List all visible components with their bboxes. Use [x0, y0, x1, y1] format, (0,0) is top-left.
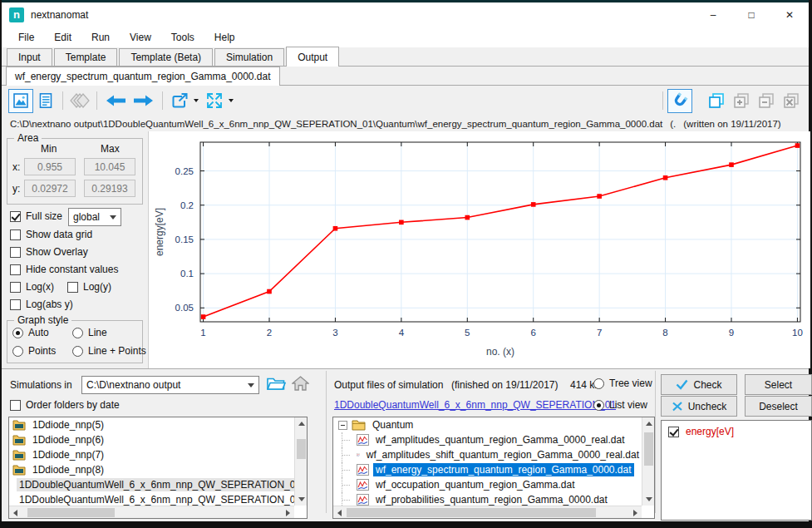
- folder-row[interactable]: 1Ddiode_nnp(8): [9, 462, 294, 477]
- select-button[interactable]: Select: [745, 374, 812, 395]
- horizontal-scrollbar[interactable]: [9, 506, 294, 518]
- folder-row[interactable]: 1DDoubleQuantumWell_6_x_6nm_nnp_QW_SEPER…: [9, 492, 294, 506]
- log-abs-y-option[interactable]: Log(abs y): [10, 299, 73, 310]
- scroll-right-icon[interactable]: [286, 510, 290, 516]
- scrollbar-thumb[interactable]: [644, 432, 653, 466]
- hide-constant-values-checkbox[interactable]: [10, 264, 21, 275]
- export-button[interactable]: [167, 89, 192, 113]
- menu-view[interactable]: View: [120, 29, 161, 46]
- order-folders-option[interactable]: Order folders by date: [10, 399, 120, 411]
- menu-file[interactable]: File: [8, 29, 44, 46]
- tree-root-row[interactable]: Quantum: [333, 417, 642, 432]
- remove-overlay-button[interactable]: [754, 89, 779, 113]
- fullscreen-dropdown-caret[interactable]: [229, 99, 234, 102]
- curve-item[interactable]: energy[eV]: [662, 424, 811, 439]
- file-row[interactable]: wf_amplitudes_quantum_region_Gamma_0000_…: [333, 432, 642, 447]
- folder-row-selected[interactable]: 1DDoubleQuantumWell_6_x_6nm_nnp_QW_SEPER…: [9, 477, 294, 492]
- y-min-field[interactable]: 0.02972: [24, 180, 76, 197]
- scroll-left-icon[interactable]: [337, 510, 342, 516]
- fullscreen-button[interactable]: [202, 89, 227, 113]
- curve-checkbox[interactable]: [668, 427, 679, 437]
- snap-magnet-button[interactable]: [667, 89, 692, 113]
- output-file-tree[interactable]: Quantum wf_amplitudes_quantum_region_Gam…: [332, 417, 655, 519]
- graph-style-points-option[interactable]: Points: [12, 345, 56, 357]
- collapse-expander-icon[interactable]: [338, 421, 347, 430]
- tab-input[interactable]: Input: [7, 48, 52, 66]
- simulation-folder-link[interactable]: 1DDoubleQuantumWell_6_x_6nm_nnp_QW_SEPER…: [334, 399, 616, 411]
- tab-template[interactable]: Template: [54, 48, 118, 66]
- list-view-radio[interactable]: [593, 400, 604, 411]
- show-overlay-option[interactable]: Show Overlay: [10, 246, 88, 258]
- file-row[interactable]: wf_amplitudes_shift_quantum_region_Gamma…: [333, 447, 642, 462]
- scroll-up-icon[interactable]: [298, 422, 305, 426]
- tree-view-radio[interactable]: [593, 378, 604, 389]
- add-overlay-button[interactable]: [729, 89, 754, 113]
- home-folder-button[interactable]: [292, 375, 309, 395]
- uncheck-button[interactable]: Uncheck: [661, 396, 737, 417]
- tree-view-option[interactable]: Tree view: [593, 377, 652, 389]
- show-text-file-button[interactable]: [33, 89, 58, 113]
- list-view-option[interactable]: List view: [593, 399, 647, 411]
- tab-simulation[interactable]: Simulation: [214, 48, 284, 66]
- copy-overlay-button[interactable]: [704, 89, 729, 113]
- folder-row[interactable]: 1Ddiode_nnp(6): [9, 432, 294, 447]
- clear-overlays-button[interactable]: [779, 89, 804, 113]
- log-abs-y-checkbox[interactable]: [10, 299, 21, 310]
- line-points-radio[interactable]: [72, 346, 83, 357]
- next-file-button[interactable]: [130, 89, 158, 113]
- export-dropdown-caret[interactable]: [194, 99, 199, 102]
- file-row[interactable]: wf_occupation_quantum_region_Gamma.dat: [333, 477, 642, 492]
- auto-radio[interactable]: [12, 328, 23, 338]
- deselect-button[interactable]: Deselect: [745, 396, 812, 417]
- scrollbar-thumb[interactable]: [347, 508, 596, 517]
- show-data-grid-option[interactable]: Show data grid: [10, 229, 92, 240]
- overlay-layers-button[interactable]: [67, 89, 92, 113]
- menu-run[interactable]: Run: [81, 29, 120, 46]
- simulation-folder-list[interactable]: 1Ddiode_nnp(5) 1Ddiode_nnp(6) 1Ddiode_nn…: [8, 417, 308, 519]
- check-button[interactable]: Check: [661, 374, 737, 395]
- horizontal-scrollbar[interactable]: [333, 506, 642, 518]
- scrollbar-thumb[interactable]: [27, 508, 115, 517]
- show-data-grid-checkbox[interactable]: [10, 229, 21, 240]
- file-row-selected[interactable]: wf_energy_spectrum_quantum_region_Gamma_…: [333, 462, 642, 477]
- file-row[interactable]: wf_probabilities_quantum_region_Gamma_00…: [333, 492, 642, 506]
- scroll-right-icon[interactable]: [633, 510, 637, 516]
- log-y-checkbox[interactable]: [67, 282, 78, 293]
- tab-template-beta[interactable]: Template (Beta): [119, 48, 213, 66]
- simulations-path-combobox[interactable]: C:\D\nextnano output: [81, 376, 259, 394]
- show-overlay-checkbox[interactable]: [10, 247, 21, 258]
- menu-help[interactable]: Help: [204, 29, 245, 46]
- folder-row[interactable]: 1Ddiode_nnp(7): [9, 447, 294, 462]
- scroll-down-icon[interactable]: [646, 497, 652, 501]
- scale-select[interactable]: global: [68, 208, 121, 226]
- browse-folder-button[interactable]: [266, 375, 286, 395]
- menu-tools[interactable]: Tools: [161, 29, 204, 46]
- previous-file-button[interactable]: [101, 89, 130, 113]
- full-size-option[interactable]: Full size: [10, 210, 62, 222]
- tab-output[interactable]: Output: [286, 47, 339, 67]
- log-x-checkbox[interactable]: [10, 282, 21, 293]
- graph-style-line-option[interactable]: Line: [72, 327, 107, 338]
- tab-open-file[interactable]: wf_energy_spectrum_quantum_region_Gamma_…: [6, 67, 280, 86]
- graph-style-line-points-option[interactable]: Line + Points: [72, 345, 146, 357]
- minimize-button[interactable]: –: [694, 2, 732, 27]
- folder-row[interactable]: 1Ddiode_nnp(5): [9, 417, 294, 432]
- graph-style-auto-option[interactable]: Auto: [12, 327, 49, 338]
- show-graph-button[interactable]: [8, 89, 33, 113]
- vertical-scrollbar[interactable]: [642, 417, 654, 506]
- close-button[interactable]: ✕: [770, 2, 809, 27]
- vertical-scrollbar[interactable]: [294, 417, 307, 506]
- y-max-field[interactable]: 0.29193: [84, 180, 135, 197]
- curve-selection-list[interactable]: energy[eV]: [661, 420, 812, 521]
- x-min-field[interactable]: 0.955: [24, 158, 76, 175]
- hide-constant-values-option[interactable]: Hide constant values: [10, 264, 118, 275]
- line-radio[interactable]: [72, 328, 83, 338]
- scroll-left-icon[interactable]: [13, 510, 17, 516]
- full-size-checkbox[interactable]: [10, 211, 21, 222]
- points-radio[interactable]: [12, 346, 23, 357]
- order-folders-checkbox[interactable]: [10, 400, 21, 411]
- scroll-down-icon[interactable]: [298, 497, 305, 501]
- scrollbar-thumb[interactable]: [297, 439, 306, 459]
- menu-edit[interactable]: Edit: [44, 29, 81, 46]
- x-max-field[interactable]: 10.045: [84, 158, 135, 175]
